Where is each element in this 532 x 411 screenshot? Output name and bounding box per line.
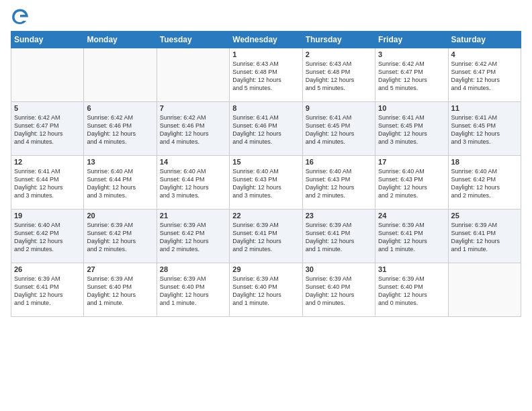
calendar-week-row: 5Sunrise: 6:42 AM Sunset: 6:47 PM Daylig… xyxy=(11,102,521,156)
day-number: 28 xyxy=(160,265,226,273)
weekday-header-sunday: Sunday xyxy=(11,32,84,48)
calendar-day-22: 22Sunrise: 6:39 AM Sunset: 6:41 PM Dayli… xyxy=(230,210,302,263)
calendar-day-13: 13Sunrise: 6:40 AM Sunset: 6:44 PM Dayli… xyxy=(84,156,157,210)
day-info: Sunrise: 6:40 AM Sunset: 6:43 PM Dayligh… xyxy=(232,167,299,200)
calendar-day-8: 8Sunrise: 6:41 AM Sunset: 6:46 PM Daylig… xyxy=(230,102,302,156)
weekday-header-thursday: Thursday xyxy=(302,32,375,48)
logo xyxy=(11,7,32,26)
day-number: 31 xyxy=(378,265,445,273)
day-info: Sunrise: 6:39 AM Sunset: 6:41 PM Dayligh… xyxy=(14,275,81,308)
calendar-day-25: 25Sunrise: 6:39 AM Sunset: 6:41 PM Dayli… xyxy=(448,210,521,263)
calendar-week-row: 26Sunrise: 6:39 AM Sunset: 6:41 PM Dayli… xyxy=(11,263,521,317)
day-number: 22 xyxy=(232,212,299,220)
header xyxy=(11,7,521,26)
day-info: Sunrise: 6:42 AM Sunset: 6:46 PM Dayligh… xyxy=(160,113,226,146)
calendar-day-18: 18Sunrise: 6:40 AM Sunset: 6:42 PM Dayli… xyxy=(448,156,521,210)
calendar-day-27: 27Sunrise: 6:39 AM Sunset: 6:40 PM Dayli… xyxy=(84,263,157,317)
day-number: 21 xyxy=(160,212,226,220)
day-number: 10 xyxy=(378,104,445,112)
day-info: Sunrise: 6:39 AM Sunset: 6:41 PM Dayligh… xyxy=(378,221,445,254)
day-info: Sunrise: 6:39 AM Sunset: 6:40 PM Dayligh… xyxy=(378,275,445,308)
calendar-week-row: 1Sunrise: 6:43 AM Sunset: 6:48 PM Daylig… xyxy=(11,48,521,102)
day-number: 11 xyxy=(451,104,518,112)
day-info: Sunrise: 6:43 AM Sunset: 6:48 PM Dayligh… xyxy=(306,60,372,93)
calendar-day-29: 29Sunrise: 6:39 AM Sunset: 6:40 PM Dayli… xyxy=(230,263,302,317)
day-number: 6 xyxy=(87,104,153,112)
day-info: Sunrise: 6:39 AM Sunset: 6:40 PM Dayligh… xyxy=(160,275,226,308)
day-number: 20 xyxy=(87,212,153,220)
day-number: 19 xyxy=(14,212,81,220)
calendar-empty-cell xyxy=(157,48,229,102)
day-info: Sunrise: 6:40 AM Sunset: 6:44 PM Dayligh… xyxy=(87,167,153,200)
calendar-day-26: 26Sunrise: 6:39 AM Sunset: 6:41 PM Dayli… xyxy=(11,263,84,317)
calendar-day-23: 23Sunrise: 6:39 AM Sunset: 6:41 PM Dayli… xyxy=(302,210,375,263)
calendar-day-10: 10Sunrise: 6:41 AM Sunset: 6:45 PM Dayli… xyxy=(375,102,448,156)
day-info: Sunrise: 6:41 AM Sunset: 6:45 PM Dayligh… xyxy=(451,113,518,146)
calendar-day-28: 28Sunrise: 6:39 AM Sunset: 6:40 PM Dayli… xyxy=(157,263,229,317)
day-number: 8 xyxy=(232,104,299,112)
day-info: Sunrise: 6:39 AM Sunset: 6:41 PM Dayligh… xyxy=(306,221,372,254)
calendar-empty-cell xyxy=(84,48,157,102)
day-number: 30 xyxy=(306,265,372,273)
calendar-day-16: 16Sunrise: 6:40 AM Sunset: 6:43 PM Dayli… xyxy=(302,156,375,210)
day-info: Sunrise: 6:39 AM Sunset: 6:42 PM Dayligh… xyxy=(87,221,153,254)
calendar-day-15: 15Sunrise: 6:40 AM Sunset: 6:43 PM Dayli… xyxy=(230,156,302,210)
day-number: 29 xyxy=(232,265,299,273)
weekday-header-monday: Monday xyxy=(84,32,157,48)
calendar-day-14: 14Sunrise: 6:40 AM Sunset: 6:44 PM Dayli… xyxy=(157,156,229,210)
day-number: 13 xyxy=(87,158,153,166)
calendar-day-7: 7Sunrise: 6:42 AM Sunset: 6:46 PM Daylig… xyxy=(157,102,229,156)
calendar-empty-cell xyxy=(448,263,521,317)
day-number: 5 xyxy=(14,104,81,112)
calendar-day-19: 19Sunrise: 6:40 AM Sunset: 6:42 PM Dayli… xyxy=(11,210,84,263)
day-info: Sunrise: 6:42 AM Sunset: 6:47 PM Dayligh… xyxy=(451,60,518,93)
day-number: 9 xyxy=(306,104,372,112)
day-number: 25 xyxy=(451,212,518,220)
day-info: Sunrise: 6:41 AM Sunset: 6:44 PM Dayligh… xyxy=(14,167,81,200)
day-number: 24 xyxy=(378,212,445,220)
day-number: 4 xyxy=(451,50,518,58)
calendar-day-31: 31Sunrise: 6:39 AM Sunset: 6:40 PM Dayli… xyxy=(375,263,448,317)
day-info: Sunrise: 6:40 AM Sunset: 6:43 PM Dayligh… xyxy=(378,167,445,200)
day-info: Sunrise: 6:42 AM Sunset: 6:47 PM Dayligh… xyxy=(378,60,445,93)
calendar-week-row: 12Sunrise: 6:41 AM Sunset: 6:44 PM Dayli… xyxy=(11,156,521,210)
calendar-day-3: 3Sunrise: 6:42 AM Sunset: 6:47 PM Daylig… xyxy=(375,48,448,102)
day-info: Sunrise: 6:39 AM Sunset: 6:40 PM Dayligh… xyxy=(306,275,372,308)
calendar-day-17: 17Sunrise: 6:40 AM Sunset: 6:43 PM Dayli… xyxy=(375,156,448,210)
calendar-day-20: 20Sunrise: 6:39 AM Sunset: 6:42 PM Dayli… xyxy=(84,210,157,263)
calendar-day-12: 12Sunrise: 6:41 AM Sunset: 6:44 PM Dayli… xyxy=(11,156,84,210)
day-number: 3 xyxy=(378,50,445,58)
calendar-day-4: 4Sunrise: 6:42 AM Sunset: 6:47 PM Daylig… xyxy=(448,48,521,102)
logo-icon xyxy=(11,7,30,26)
weekday-header-saturday: Saturday xyxy=(448,32,521,48)
weekday-header-wednesday: Wednesday xyxy=(230,32,302,48)
day-info: Sunrise: 6:43 AM Sunset: 6:48 PM Dayligh… xyxy=(232,60,299,93)
calendar-week-row: 19Sunrise: 6:40 AM Sunset: 6:42 PM Dayli… xyxy=(11,210,521,263)
day-number: 2 xyxy=(306,50,372,58)
weekday-header-tuesday: Tuesday xyxy=(157,32,229,48)
page: SundayMondayTuesdayWednesdayThursdayFrid… xyxy=(0,0,532,411)
calendar-table: SundayMondayTuesdayWednesdayThursdayFrid… xyxy=(11,31,521,317)
day-number: 17 xyxy=(378,158,445,166)
weekday-header-row: SundayMondayTuesdayWednesdayThursdayFrid… xyxy=(11,32,521,48)
day-number: 18 xyxy=(451,158,518,166)
day-number: 23 xyxy=(306,212,372,220)
day-info: Sunrise: 6:39 AM Sunset: 6:40 PM Dayligh… xyxy=(87,275,153,308)
day-number: 12 xyxy=(14,158,81,166)
day-info: Sunrise: 6:41 AM Sunset: 6:45 PM Dayligh… xyxy=(378,113,445,146)
day-number: 1 xyxy=(232,50,299,58)
calendar-day-24: 24Sunrise: 6:39 AM Sunset: 6:41 PM Dayli… xyxy=(375,210,448,263)
calendar-day-11: 11Sunrise: 6:41 AM Sunset: 6:45 PM Dayli… xyxy=(448,102,521,156)
day-info: Sunrise: 6:39 AM Sunset: 6:41 PM Dayligh… xyxy=(451,221,518,254)
day-info: Sunrise: 6:40 AM Sunset: 6:43 PM Dayligh… xyxy=(306,167,372,200)
day-info: Sunrise: 6:41 AM Sunset: 6:46 PM Dayligh… xyxy=(232,113,299,146)
calendar-day-5: 5Sunrise: 6:42 AM Sunset: 6:47 PM Daylig… xyxy=(11,102,84,156)
day-number: 26 xyxy=(14,265,81,273)
calendar-day-6: 6Sunrise: 6:42 AM Sunset: 6:46 PM Daylig… xyxy=(84,102,157,156)
day-number: 14 xyxy=(160,158,226,166)
day-info: Sunrise: 6:39 AM Sunset: 6:41 PM Dayligh… xyxy=(232,221,299,254)
day-info: Sunrise: 6:42 AM Sunset: 6:46 PM Dayligh… xyxy=(87,113,153,146)
weekday-header-friday: Friday xyxy=(375,32,448,48)
calendar-day-1: 1Sunrise: 6:43 AM Sunset: 6:48 PM Daylig… xyxy=(230,48,302,102)
day-info: Sunrise: 6:40 AM Sunset: 6:42 PM Dayligh… xyxy=(14,221,81,254)
